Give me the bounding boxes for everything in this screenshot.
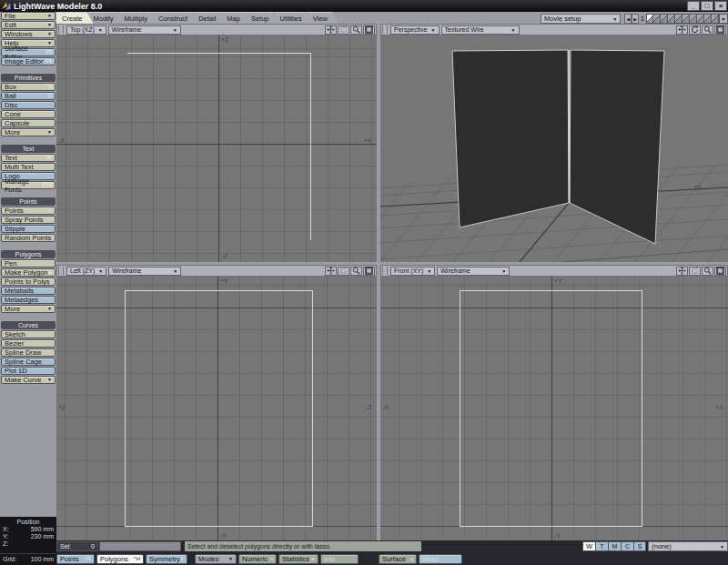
zoom-icon[interactable]	[350, 267, 362, 276]
button-surface-editor[interactable]: Surface EditorF5	[1, 48, 56, 56]
layer-cell-4[interactable]	[668, 14, 675, 24]
pan-icon[interactable]	[676, 267, 688, 276]
button-image-editor[interactable]: Image EditorF6	[1, 57, 56, 66]
vmap-texture-button[interactable]: T	[595, 541, 608, 551]
button-cone[interactable]: Cone	[1, 110, 56, 118]
button-sketch[interactable]: Sketch	[1, 330, 56, 338]
button-text[interactable]: TextW	[1, 154, 56, 162]
button-metaedges[interactable]: Metaedges	[1, 296, 56, 304]
viewport-grip[interactable]	[58, 25, 64, 34]
layer-cell-9[interactable]	[704, 14, 712, 24]
make-button[interactable]: Make	[419, 554, 462, 564]
layer-cell-5[interactable]	[675, 14, 682, 24]
numeric-button[interactable]: Numericn	[238, 554, 277, 564]
button-box[interactable]: BoxX	[1, 83, 56, 91]
button-capsule[interactable]: Capsule	[1, 119, 56, 127]
maximize-icon[interactable]	[714, 25, 726, 35]
button-manage-fonts[interactable]: Manage FontsF10	[1, 181, 56, 189]
render-mode-dropdown[interactable]: Wireframe▼	[108, 25, 181, 35]
button-polygons-more[interactable]: More▼	[1, 305, 56, 313]
polygons-mode-button[interactable]: Polygons^H	[96, 554, 144, 564]
menu-file[interactable]: File▼	[1, 12, 56, 20]
button-primitives-more[interactable]: More▼	[1, 128, 56, 136]
tab-utilities[interactable]: Utilities	[275, 12, 313, 24]
tab-modify[interactable]: Modify	[88, 12, 125, 24]
button-spline-draw[interactable]: Spline Draw	[1, 348, 56, 357]
button-make-polygon[interactable]: Make Polygonp	[1, 268, 56, 277]
render-mode-dropdown[interactable]: Wireframe▼	[437, 267, 510, 276]
viewport-grip[interactable]	[382, 267, 388, 275]
render-mode-dropdown[interactable]: Wireframe▼	[108, 267, 181, 276]
movie-setup-dropdown[interactable]: Movie setup ▼	[541, 14, 621, 24]
vmap-weight-button[interactable]: W	[582, 541, 595, 551]
viewport-perspective-canvas[interactable]: +X	[380, 35, 728, 262]
close-button[interactable]: ×	[714, 1, 727, 11]
button-ball[interactable]: BallO	[1, 92, 56, 100]
zoom-icon[interactable]	[350, 25, 362, 35]
menu-edit[interactable]: Edit▼	[1, 21, 56, 29]
pan-icon[interactable]	[676, 25, 688, 35]
viewport-left-canvas[interactable]: +Z -Z -Y +Y	[56, 277, 377, 540]
button-bezier[interactable]: Bezier	[1, 339, 56, 348]
button-points-to-polys[interactable]: Points to Polys	[1, 277, 56, 286]
viewport-front-canvas[interactable]: -X +X -Y +Y	[380, 277, 728, 540]
pan-icon[interactable]	[325, 25, 337, 35]
tab-construct[interactable]: Construct	[153, 12, 198, 24]
button-multi-text[interactable]: Multi Text	[1, 163, 56, 171]
layer-cell-10[interactable]	[712, 14, 719, 24]
maximize-icon[interactable]	[714, 267, 726, 276]
modes-dropdown[interactable]: Modes▼	[195, 554, 237, 564]
vmap-color-button[interactable]: C	[621, 541, 633, 551]
button-pen[interactable]: Pen	[1, 259, 56, 267]
viewport-top-canvas[interactable]: -X +X -Z +Z	[56, 35, 377, 262]
layer-prev-button[interactable]: ◀	[624, 14, 632, 24]
viewport-grip[interactable]	[58, 267, 64, 275]
statistics-button[interactable]: Statisticsw	[278, 554, 318, 564]
button-spline-cage[interactable]: Spline Cage	[1, 358, 56, 366]
rotate-icon[interactable]	[338, 267, 349, 276]
tab-multiply[interactable]: Multiply	[119, 12, 158, 24]
menu-windows[interactable]: Windows▼	[1, 30, 56, 38]
vertex-map-dropdown[interactable]: (none) ▼	[648, 541, 728, 551]
layer-next-button[interactable]: ▶	[632, 14, 639, 24]
view-type-dropdown[interactable]: Front (XY)▼	[390, 267, 435, 276]
layer-cell-1[interactable]	[646, 14, 653, 24]
button-make-curve[interactable]: Make Curve▼	[1, 376, 56, 384]
layer-cell-3[interactable]	[661, 14, 668, 24]
button-disc[interactable]: Disc	[1, 101, 56, 109]
rotate-icon[interactable]	[338, 25, 349, 35]
pan-icon[interactable]	[325, 267, 337, 276]
render-mode-dropdown[interactable]: Textured Wire▼	[441, 25, 520, 35]
symmetry-button[interactable]: SymmetryY	[146, 554, 187, 564]
viewport-grip[interactable]	[382, 25, 388, 34]
button-stipple[interactable]: Stipple	[1, 225, 56, 233]
maximize-icon[interactable]	[363, 267, 375, 276]
tab-create[interactable]: Create	[56, 12, 94, 24]
button-random-points[interactable]: Random Points	[1, 234, 56, 242]
selection-info-field[interactable]	[99, 541, 181, 551]
layer-cell-8[interactable]	[697, 14, 704, 24]
zoom-icon[interactable]	[702, 267, 713, 276]
maximize-icon[interactable]	[363, 25, 375, 35]
surface-button[interactable]: Surfaceq	[379, 554, 417, 564]
button-spray-points[interactable]: Spray Points	[1, 216, 56, 224]
view-type-dropdown[interactable]: Top (XZ)▼	[66, 25, 106, 35]
restore-button[interactable]: □	[701, 1, 713, 11]
info-button[interactable]: Infoi	[320, 554, 359, 564]
rotate-icon[interactable]	[689, 267, 701, 276]
layer-dropdown-button[interactable]: ▼	[719, 14, 728, 24]
view-type-dropdown[interactable]: Left (ZY)▼	[66, 267, 106, 276]
zoom-icon[interactable]	[702, 25, 713, 35]
vmap-selection-button[interactable]: S	[633, 541, 646, 551]
layer-cell-6[interactable]	[682, 14, 690, 24]
vmap-morph-button[interactable]: M	[608, 541, 621, 551]
layer-cell-2[interactable]	[653, 14, 661, 24]
tab-view[interactable]: View	[308, 12, 339, 24]
button-points[interactable]: Points+	[1, 207, 56, 215]
points-mode-button[interactable]: Points^G	[56, 554, 95, 564]
layer-cell-7[interactable]	[690, 14, 697, 24]
minimize-button[interactable]: _	[687, 1, 700, 11]
rotate-icon[interactable]	[689, 25, 701, 35]
button-metaballs[interactable]: Metaballs	[1, 287, 56, 295]
view-type-dropdown[interactable]: Perspective▼	[390, 25, 440, 35]
